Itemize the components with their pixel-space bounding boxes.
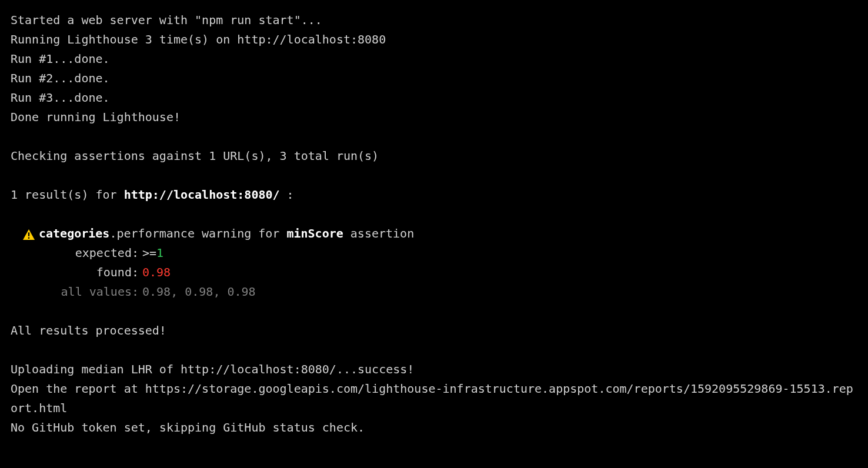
blank-line	[11, 340, 857, 360]
blank-line	[11, 302, 857, 321]
expected-value: >=1	[142, 246, 163, 260]
log-line-run2: Run #2...done.	[11, 69, 857, 88]
results-url: http://localhost:8080/	[124, 188, 280, 202]
log-line-processed: All results processed!	[11, 321, 857, 340]
found-value: 0.98	[142, 265, 171, 279]
expected-label: expected:	[22, 243, 139, 263]
warning-icon	[22, 224, 35, 243]
log-line-run1: Run #1...done.	[11, 49, 857, 69]
blank-line	[11, 127, 857, 146]
assertion-allvalues-row: all values:0.98, 0.98, 0.98	[22, 282, 857, 302]
results-suffix: :	[280, 188, 294, 202]
log-line-openreport: Open the report at https://storage.googl…	[11, 379, 857, 418]
assertion-middle: performance warning for	[116, 226, 286, 240]
svg-rect-1	[28, 238, 29, 239]
assertion-header: categories.performance warning for minSc…	[22, 224, 857, 243]
allvalues-label: all values:	[22, 282, 139, 302]
allvalues-value: 0.98, 0.98, 0.98	[142, 285, 256, 299]
log-line-results-header: 1 result(s) for http://localhost:8080/ :	[11, 185, 857, 205]
blank-line	[11, 166, 857, 185]
log-line-run3: Run #3...done.	[11, 88, 857, 108]
results-prefix: 1 result(s) for	[11, 188, 124, 202]
blank-line	[11, 205, 857, 224]
log-line-started: Started a web server with "npm run start…	[11, 11, 857, 30]
assertion-suffix: assertion	[343, 226, 414, 240]
log-line-checking: Checking assertions against 1 URL(s), 3 …	[11, 146, 857, 166]
log-line-running: Running Lighthouse 3 time(s) on http://l…	[11, 30, 857, 49]
found-label: found:	[22, 263, 139, 282]
assertion-found-row: found:0.98	[22, 263, 857, 282]
assertion-block: categories.performance warning for minSc…	[22, 224, 857, 302]
assertion-metric: minScore	[286, 226, 343, 240]
log-line-done: Done running Lighthouse!	[11, 108, 857, 127]
svg-rect-0	[28, 232, 29, 236]
log-line-uploading: Uploading median LHR of http://localhost…	[11, 360, 857, 379]
assertion-dot: .	[109, 226, 116, 240]
log-line-notoken: No GitHub token set, skipping GitHub sta…	[11, 418, 857, 437]
assertion-category: categories	[39, 226, 109, 240]
assertion-expected-row: expected:>=1	[22, 243, 857, 263]
